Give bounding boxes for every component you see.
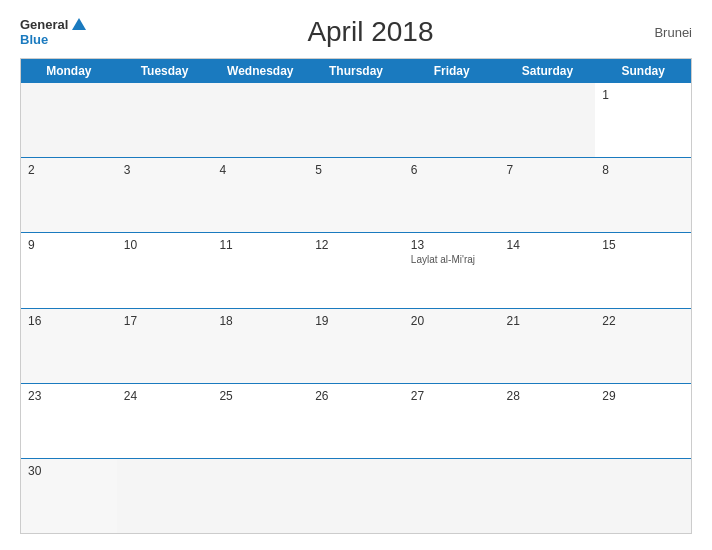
calendar-cell: 14 [500, 233, 596, 307]
calendar-row: 910111213Laylat al-Mi'raj1415 [21, 232, 691, 307]
calendar-cell [117, 83, 213, 157]
day-number: 18 [219, 314, 301, 328]
calendar-cell: 4 [212, 158, 308, 232]
calendar-cell: 11 [212, 233, 308, 307]
calendar-cell: 19 [308, 309, 404, 383]
calendar-row: 23242526272829 [21, 383, 691, 458]
calendar-cell: 12 [308, 233, 404, 307]
day-number: 27 [411, 389, 493, 403]
calendar-cell [212, 459, 308, 533]
calendar-cell: 2 [21, 158, 117, 232]
logo: General Blue [20, 17, 86, 47]
calendar-cell [500, 83, 596, 157]
day-number: 4 [219, 163, 301, 177]
day-number: 10 [124, 238, 206, 252]
calendar-cell: 23 [21, 384, 117, 458]
calendar-cell: 29 [595, 384, 691, 458]
calendar-cell [308, 83, 404, 157]
day-number: 24 [124, 389, 206, 403]
calendar: MondayTuesdayWednesdayThursdayFridaySatu… [20, 58, 692, 534]
day-number: 13 [411, 238, 493, 252]
day-number: 5 [315, 163, 397, 177]
day-number: 1 [602, 88, 684, 102]
calendar-cell: 13Laylat al-Mi'raj [404, 233, 500, 307]
day-number: 14 [507, 238, 589, 252]
calendar-cell: 28 [500, 384, 596, 458]
calendar-cell: 18 [212, 309, 308, 383]
logo-general-text: General [20, 17, 68, 32]
day-number: 7 [507, 163, 589, 177]
calendar-cell: 9 [21, 233, 117, 307]
calendar-title: April 2018 [307, 16, 433, 48]
calendar-header-day: Monday [21, 59, 117, 83]
calendar-cell: 5 [308, 158, 404, 232]
day-number: 21 [507, 314, 589, 328]
calendar-row: 16171819202122 [21, 308, 691, 383]
calendar-cell: 25 [212, 384, 308, 458]
header: General Blue April 2018 Brunei [20, 16, 692, 48]
calendar-cell [404, 83, 500, 157]
calendar-cell: 6 [404, 158, 500, 232]
calendar-cell: 20 [404, 309, 500, 383]
day-number: 6 [411, 163, 493, 177]
calendar-cell: 7 [500, 158, 596, 232]
calendar-cell: 26 [308, 384, 404, 458]
calendar-cell [212, 83, 308, 157]
day-number: 29 [602, 389, 684, 403]
day-number: 15 [602, 238, 684, 252]
calendar-row: 1 [21, 83, 691, 157]
calendar-cell: 22 [595, 309, 691, 383]
calendar-cell: 27 [404, 384, 500, 458]
calendar-body: 12345678910111213Laylat al-Mi'raj1415161… [21, 83, 691, 533]
logo-blue-text: Blue [20, 32, 48, 47]
calendar-cell: 21 [500, 309, 596, 383]
logo-triangle-icon [72, 18, 86, 30]
page: General Blue April 2018 Brunei MondayTue… [0, 0, 712, 550]
day-number: 8 [602, 163, 684, 177]
calendar-header: MondayTuesdayWednesdayThursdayFridaySatu… [21, 59, 691, 83]
day-number: 20 [411, 314, 493, 328]
calendar-cell [404, 459, 500, 533]
calendar-cell: 10 [117, 233, 213, 307]
calendar-cell [595, 459, 691, 533]
calendar-header-day: Thursday [308, 59, 404, 83]
calendar-cell: 24 [117, 384, 213, 458]
calendar-cell: 8 [595, 158, 691, 232]
calendar-cell: 1 [595, 83, 691, 157]
calendar-cell [308, 459, 404, 533]
day-number: 22 [602, 314, 684, 328]
calendar-row: 2345678 [21, 157, 691, 232]
calendar-event: Laylat al-Mi'raj [411, 254, 493, 265]
day-number: 3 [124, 163, 206, 177]
day-number: 30 [28, 464, 110, 478]
day-number: 11 [219, 238, 301, 252]
calendar-header-day: Tuesday [117, 59, 213, 83]
day-number: 16 [28, 314, 110, 328]
calendar-cell: 16 [21, 309, 117, 383]
country-label: Brunei [654, 25, 692, 40]
calendar-header-day: Saturday [500, 59, 596, 83]
calendar-cell: 30 [21, 459, 117, 533]
day-number: 2 [28, 163, 110, 177]
day-number: 19 [315, 314, 397, 328]
day-number: 23 [28, 389, 110, 403]
day-number: 9 [28, 238, 110, 252]
calendar-cell: 17 [117, 309, 213, 383]
calendar-header-day: Wednesday [212, 59, 308, 83]
day-number: 25 [219, 389, 301, 403]
day-number: 17 [124, 314, 206, 328]
calendar-cell: 3 [117, 158, 213, 232]
day-number: 28 [507, 389, 589, 403]
calendar-cell [21, 83, 117, 157]
calendar-row: 30 [21, 458, 691, 533]
calendar-cell [117, 459, 213, 533]
calendar-cell [500, 459, 596, 533]
day-number: 26 [315, 389, 397, 403]
day-number: 12 [315, 238, 397, 252]
calendar-header-day: Sunday [595, 59, 691, 83]
calendar-header-day: Friday [404, 59, 500, 83]
calendar-cell: 15 [595, 233, 691, 307]
